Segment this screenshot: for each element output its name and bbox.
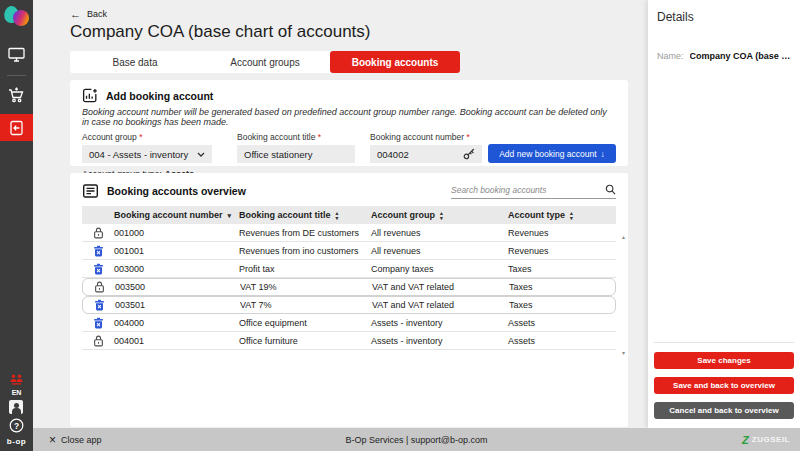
cancel-and-back-button[interactable]: Cancel and back to overview <box>654 402 794 419</box>
search-input[interactable] <box>451 185 605 195</box>
table-body: 001000Revenues from DE customersAll reve… <box>82 224 616 350</box>
delete-icon[interactable] <box>82 245 112 257</box>
delete-icon[interactable] <box>83 299 113 311</box>
tab-booking-accounts[interactable]: Booking accounts <box>330 51 460 73</box>
sort-icon: ▴▾ <box>336 211 339 220</box>
language-switch[interactable]: EN <box>12 389 22 396</box>
back-button[interactable]: ← Back <box>70 9 648 19</box>
back-arrow-icon: ← <box>70 10 81 19</box>
add-chart-icon <box>82 88 98 103</box>
overview-list-icon <box>82 183 99 199</box>
avatar <box>9 400 23 414</box>
name-label: Name: <box>657 51 684 61</box>
page-title: Company COA (base chart of accounts) <box>70 22 648 42</box>
table-row[interactable]: 001001Revenues from ino customersAll rev… <box>82 242 616 260</box>
cell-type: Assets <box>506 318 616 328</box>
sidebar-item-cart[interactable] <box>0 83 33 107</box>
sidebar-item-desktop[interactable] <box>0 42 33 66</box>
cell-number: 001000 <box>112 228 237 238</box>
delete-icon[interactable] <box>82 263 112 275</box>
app-sidebar: EN ? b-op <box>0 0 33 451</box>
col-account-type[interactable]: Account type▴▾ <box>506 210 616 220</box>
cell-type: Assets <box>506 336 616 346</box>
cell-type: Revenues <box>506 246 616 256</box>
table-row[interactable]: 003000Profit taxCompany taxesTaxes <box>82 260 616 278</box>
cell-number: 004000 <box>112 318 237 328</box>
table-row[interactable]: 003501VAT 7%VAT and VAT relatedTaxes <box>82 296 616 314</box>
zugseil-z-icon: Z <box>742 434 749 446</box>
scrollbar-up-arrow[interactable]: ▴ <box>622 233 625 240</box>
search-booking-accounts[interactable] <box>451 181 616 199</box>
table-row[interactable]: 003500VAT 19%VAT and VAT relatedTaxes <box>82 278 616 296</box>
close-app-label: Close app <box>61 435 102 445</box>
cell-type: Revenues <box>506 228 616 238</box>
search-icon[interactable] <box>605 184 616 195</box>
help-icon[interactable]: ? <box>9 418 24 433</box>
booking-accounts-overview-card: Booking accounts overview Booking accoun… <box>70 173 628 427</box>
table-row[interactable]: 001000Revenues from DE customersAll reve… <box>82 224 616 242</box>
add-section-title: Add booking account <box>106 90 213 102</box>
support-text: B-Op Services | support@b-op.com <box>33 435 800 445</box>
tab-base-data[interactable]: Base data <box>70 51 200 73</box>
cell-group: Assets - inventory <box>369 336 506 346</box>
close-app-button[interactable]: × Close app <box>49 435 102 445</box>
details-title: Details <box>657 10 791 24</box>
main-content: ← Back Company COA (base chart of accoun… <box>33 0 648 428</box>
cell-type: Taxes <box>506 264 616 274</box>
tab-account-groups[interactable]: Account groups <box>200 51 330 73</box>
arrow-down-icon: ↓ <box>601 149 605 159</box>
table-row[interactable]: 004001Office furnitureAssets - inventory… <box>82 332 616 350</box>
account-group-select[interactable]: 004 - Assets - inventory <box>82 145 212 163</box>
cell-group: All revenues <box>369 228 506 238</box>
booking-account-number-label: Booking account number * <box>370 132 482 142</box>
cell-title: Office equipment <box>237 318 369 328</box>
user-avatar[interactable] <box>9 400 23 414</box>
lock-icon <box>82 335 112 347</box>
col-booking-account-number[interactable]: Booking account number▾ <box>112 210 237 220</box>
sort-icon: ▴▾ <box>440 211 443 220</box>
tab-bar: Base data Account groups Booking account… <box>70 51 460 73</box>
sidebar-divider <box>7 75 26 76</box>
sort-icon: ▴▾ <box>570 211 573 220</box>
logo-gradient-circle <box>13 10 29 26</box>
back-label: Back <box>87 9 107 19</box>
add-booking-account-card: Add booking account Booking account numb… <box>70 80 628 166</box>
cell-title: Revenues from DE customers <box>237 228 369 238</box>
cell-group: VAT and VAT related <box>370 300 507 310</box>
monitor-icon <box>8 47 25 62</box>
cell-title: VAT 7% <box>238 300 370 310</box>
lock-icon <box>83 281 113 293</box>
cell-group: VAT and VAT related <box>370 282 507 292</box>
account-group-label: Account group * <box>82 132 212 142</box>
zugseil-name: ZUGSEIL <box>752 435 790 444</box>
booking-account-title-label: Booking account title * <box>237 132 355 142</box>
community-icon[interactable] <box>9 374 24 385</box>
key-icon[interactable] <box>463 148 476 160</box>
table-row[interactable]: 004000Office equipmentAssets - inventory… <box>82 314 616 332</box>
lock-icon <box>82 227 112 239</box>
add-button-label: Add new booking account <box>499 149 596 159</box>
col-booking-account-title[interactable]: Booking account title▴▾ <box>237 210 369 220</box>
cell-group: All revenues <box>369 246 506 256</box>
close-icon: × <box>49 435 56 445</box>
app-logo <box>4 6 30 30</box>
overview-section-title: Booking accounts overview <box>107 185 246 197</box>
sidebar-item-booking-accounts-active[interactable] <box>0 114 33 141</box>
footer-bar: × Close app B-Op Services | support@b-op… <box>33 428 800 451</box>
booking-accounts-table: Booking account number▾ Booking account … <box>82 206 616 350</box>
details-panel: Details Name: Company COA (base chart of… <box>648 0 800 428</box>
scrollbar-down-arrow[interactable]: ▾ <box>622 349 625 356</box>
delete-icon[interactable] <box>82 317 112 329</box>
booking-account-title-input[interactable] <box>237 145 355 163</box>
save-and-back-button[interactable]: Save and back to overview <box>654 377 794 394</box>
save-changes-button[interactable]: Save changes <box>654 352 794 369</box>
cell-group: Assets - inventory <box>369 318 506 328</box>
cart-plus-icon <box>8 87 25 103</box>
cell-number: 004001 <box>112 336 237 346</box>
cell-number: 001001 <box>112 246 237 256</box>
add-section-description: Booking account number will be generated… <box>82 107 616 127</box>
cell-number: 003501 <box>113 300 238 310</box>
col-account-group[interactable]: Account group▴▾ <box>369 210 506 220</box>
account-group-value: 004 - Assets - inventory <box>89 149 188 160</box>
add-new-booking-account-button[interactable]: Add new booking account ↓ <box>488 144 616 163</box>
